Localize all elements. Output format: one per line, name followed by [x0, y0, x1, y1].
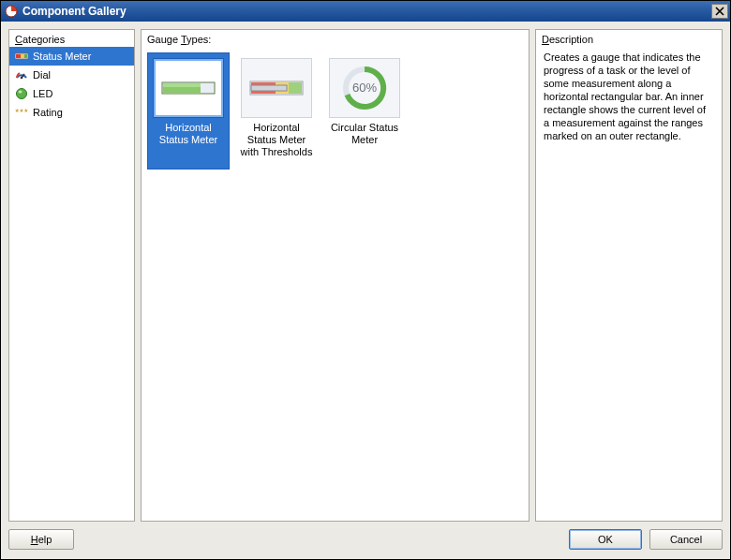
thumb-horizontal-status-meter — [153, 58, 224, 118]
svg-rect-4 — [21, 54, 24, 58]
svg-text:60%: 60% — [352, 81, 377, 95]
thumb-circular-status-meter: 60% — [329, 58, 400, 118]
rating-icon — [15, 106, 28, 119]
status-meter-icon — [15, 50, 28, 63]
window-title: Component Gallery — [22, 5, 711, 18]
button-bar: Help OK Cancel — [1, 525, 730, 559]
gauge-tile-label: Horizontal Status Meter — [148, 122, 229, 146]
categories-list: Status Meter Dial LED — [9, 47, 134, 521]
svg-rect-15 — [163, 83, 201, 87]
svg-marker-10 — [15, 109, 19, 112]
svg-rect-5 — [24, 54, 27, 58]
category-label: Status Meter — [33, 51, 91, 62]
gauge-types-panel: Gauge Types: Horizontal Status Meter Hor… — [141, 29, 530, 522]
category-led[interactable]: LED — [9, 84, 134, 103]
categories-title: Categories — [9, 30, 134, 47]
category-label: Dial — [33, 69, 51, 81]
svg-rect-3 — [16, 54, 21, 58]
gauge-tile-label: Circular Status Meter — [324, 122, 405, 146]
title-bar: Component Gallery — [1, 1, 730, 22]
gauge-tile-horizontal-status-meter[interactable]: Horizontal Status Meter — [147, 52, 230, 169]
svg-marker-12 — [24, 109, 28, 112]
svg-marker-11 — [20, 109, 23, 112]
svg-rect-20 — [251, 85, 287, 91]
close-button[interactable] — [711, 4, 728, 19]
category-label: Rating — [33, 107, 63, 118]
svg-rect-19 — [289, 82, 302, 94]
category-status-meter[interactable]: Status Meter — [9, 47, 134, 66]
svg-point-8 — [17, 89, 27, 99]
description-text: Creates a gauge that indicates the progr… — [536, 47, 722, 146]
cancel-button[interactable]: Cancel — [649, 529, 723, 550]
categories-panel: Categories Status Meter Dial — [8, 29, 135, 522]
component-gallery-dialog: Component Gallery Categories Status Mete… — [0, 0, 731, 560]
gauge-tile-label: Horizontal Status Meter with Thresholds — [236, 122, 317, 158]
svg-point-7 — [21, 77, 23, 80]
dialog-content: Categories Status Meter Dial — [1, 22, 730, 525]
dial-icon — [15, 68, 28, 81]
category-rating[interactable]: Rating — [9, 103, 134, 122]
gauge-tile-horizontal-status-meter-thresholds[interactable]: Horizontal Status Meter with Thresholds — [235, 52, 318, 169]
gauge-tile-circular-status-meter[interactable]: 60% Circular Status Meter — [323, 52, 406, 169]
help-button[interactable]: Help — [8, 529, 74, 550]
description-title: Description — [536, 30, 722, 47]
led-icon — [15, 87, 28, 100]
ok-button[interactable]: OK — [569, 529, 642, 550]
category-dial[interactable]: Dial — [9, 66, 134, 84]
thumb-horizontal-status-meter-thresholds — [241, 58, 312, 118]
description-panel: Description Creates a gauge that indicat… — [535, 29, 723, 522]
gauge-types-title: Gauge Types: — [142, 30, 529, 47]
svg-point-9 — [19, 91, 22, 94]
gauge-types-grid: Horizontal Status Meter Horizontal Statu… — [142, 47, 529, 521]
app-icon — [5, 5, 18, 18]
category-label: LED — [33, 88, 52, 99]
